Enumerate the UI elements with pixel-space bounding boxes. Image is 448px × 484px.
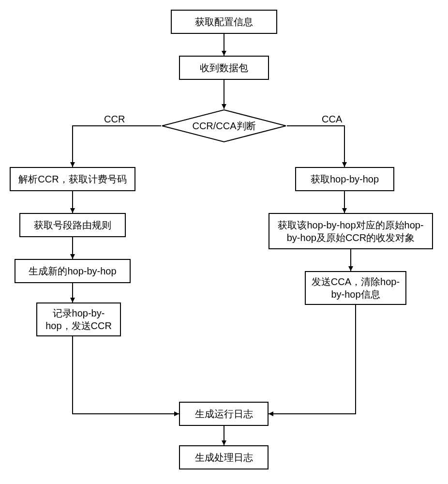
node-gen-run-log: 生成运行日志 [179,402,269,426]
node-gen-proc-log: 生成处理日志 [179,445,269,469]
node-record-hop: 记录hop-by-hop，发送CCR [36,302,121,336]
node-get-route-rule: 获取号段路由规则 [19,213,126,237]
node-parse-ccr: 解析CCR，获取计费号码 [10,167,135,191]
node-get-config: 获取配置信息 [171,10,277,34]
node-receive-packet: 收到数据包 [179,56,269,80]
decision-ccr-cca: CCR/CCA判断 [161,109,287,143]
edge-label-cca: CCA [322,114,342,125]
decision-label: CCR/CCA判断 [192,120,255,133]
node-send-cca: 发送CCA，清除hop-by-hop信息 [305,271,406,305]
node-get-hop: 获取hop-by-hop [295,167,394,191]
node-get-orig-hop: 获取该hop-by-hop对应的原始hop-by-hop及原始CCR的收发对象 [269,213,433,249]
node-gen-hop: 生成新的hop-by-hop [15,259,131,283]
edge-label-ccr: CCR [104,114,125,125]
